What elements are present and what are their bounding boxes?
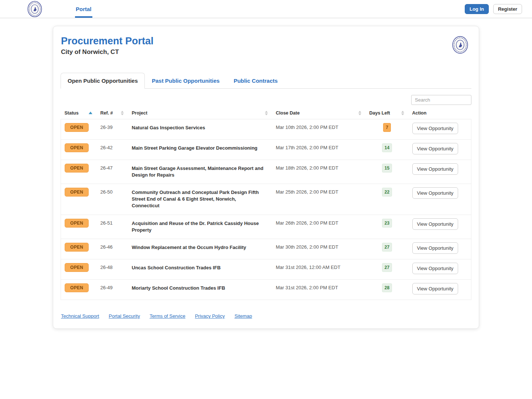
status-badge: OPEN [65,188,89,197]
project-title: Acquisition and Reuse of the Dr. Patrick… [128,215,272,239]
sort-icon[interactable] [89,112,92,114]
register-button[interactable]: Register [493,4,522,14]
status-badge: OPEN [65,123,89,132]
opportunity-row: OPEN 26-50 Community Outreach and Concep… [61,184,471,215]
footer-links: Technical SupportPortal SecurityTerms of… [61,313,471,319]
project-title: Community Outreach and Conceptual Park D… [128,184,272,215]
ref-number: 26-49 [97,280,128,300]
view-opportunity-button[interactable]: View Opportunity [412,187,458,199]
sort-icon[interactable] [358,111,361,115]
card-header: Procurement Portal City of Norwich, CT [61,36,471,56]
opportunities-body: OPEN 26-39 Natural Gas Inspection Servic… [61,119,471,300]
ref-number: 26-47 [97,160,128,184]
sort-icon[interactable] [121,111,124,115]
column-header-label: Project [132,110,147,116]
footer-link-sitemap[interactable]: Sitemap [235,313,252,319]
ref-number: 26-51 [97,215,128,239]
sort-icon[interactable] [265,111,268,115]
nav-actions: Log In Register [465,4,522,14]
ref-number: 26-46 [97,239,128,259]
project-title: Main Street Garage Assessment, Maintenan… [128,160,272,184]
close-date: Mar 10th 2026, 2:00 PM EDT [272,119,366,139]
days-left-badge: 22 [382,188,392,197]
view-opportunity-button[interactable]: View Opportunity [412,143,458,154]
search-row [61,95,471,105]
nav-item-portal[interactable]: Portal [75,0,92,18]
search-input[interactable] [411,95,471,105]
tab-public-contracts[interactable]: Public Contracts [226,73,284,89]
opportunity-row: OPEN 26-48 Uncas School Construction Tra… [61,259,471,280]
column-header-status[interactable]: Status [61,107,97,119]
opportunity-row: OPEN 26-51 Acquisition and Reuse of the … [61,215,471,239]
view-opportunity-button[interactable]: View Opportunity [412,263,458,274]
city-seal-icon [452,36,468,54]
column-header-days-left[interactable]: Days Left [366,107,409,119]
project-title: Natural Gas Inspection Services [128,119,272,139]
days-left-badge: 27 [382,243,392,252]
column-header-project[interactable]: Project [128,107,272,119]
tab-past-public-opportunities[interactable]: Past Public Opportunities [145,73,226,89]
column-header-ref[interactable]: Ref. # [97,107,128,119]
status-badge: OPEN [65,143,89,152]
close-date: Mar 31st 2026, 2:00 PM EDT [272,280,366,300]
page-subtitle: City of Norwich, CT [61,48,471,56]
opportunity-row: OPEN 26-47 Main Street Garage Assessment… [61,160,471,184]
days-left-badge: 23 [382,219,392,228]
ref-number: 26-48 [97,259,128,280]
tab-bar: Open Public OpportunitiesPast Public Opp… [61,73,471,89]
procurement-portal-card: Procurement Portal City of Norwich, CT O… [53,26,479,329]
log-in-button[interactable]: Log In [465,4,489,14]
table-header-row: Status Ref. # Project Close Date Days Le… [61,107,471,119]
opportunity-row: OPEN 26-42 Main Street Parking Garage El… [61,139,471,160]
city-seal-logo-card [452,36,468,55]
column-header-label: Action [412,110,427,116]
days-left-badge: 28 [382,283,392,292]
column-header-label: Ref. # [100,110,113,116]
opportunity-row: OPEN 26-39 Natural Gas Inspection Servic… [61,119,471,139]
days-left-badge: 14 [382,143,392,152]
view-opportunity-button[interactable]: View Opportunity [412,242,458,254]
column-header-label: Status [65,110,79,116]
city-seal-icon [27,1,42,17]
project-title: Uncas School Construction Trades IFB [128,259,272,280]
page-title: Procurement Portal [61,36,471,47]
project-title: Window Replacement at the Occum Hydro Fa… [128,239,272,259]
view-opportunity-button[interactable]: View Opportunity [412,218,458,230]
footer-link-terms-of-service[interactable]: Terms of Service [150,313,185,319]
view-opportunity-button[interactable]: View Opportunity [412,163,458,175]
days-left-badge: 27 [382,263,392,272]
footer-link-portal-security[interactable]: Portal Security [109,313,140,319]
ref-number: 26-39 [97,119,128,139]
city-seal-logo[interactable] [27,1,42,17]
sort-icon[interactable] [401,111,404,115]
close-date: Mar 31st 2026, 12:00 AM EDT [272,259,366,280]
footer-link-technical-support[interactable]: Technical Support [61,313,99,319]
close-date: Mar 25th 2026, 2:00 PM EDT [272,184,366,215]
status-badge: OPEN [65,243,89,252]
view-opportunity-button[interactable]: View Opportunity [412,283,458,294]
opportunity-row: OPEN 26-49 Moriarty School Construction … [61,280,471,300]
close-date: Mar 30th 2026, 2:00 PM EDT [272,239,366,259]
status-badge: OPEN [65,263,89,272]
opportunity-row: OPEN 26-46 Window Replacement at the Occ… [61,239,471,259]
opportunities-table: Status Ref. # Project Close Date Days Le… [61,107,471,300]
ref-number: 26-50 [97,184,128,215]
close-date: Mar 26th 2026, 2:00 PM EDT [272,215,366,239]
ref-number: 26-42 [97,139,128,160]
column-header-label: Close Date [276,110,300,116]
status-badge: OPEN [65,219,89,228]
top-navigation-bar: Portal Log In Register [0,0,532,18]
column-header-label: Days Left [369,110,390,116]
tab-open-public-opportunities[interactable]: Open Public Opportunities [61,73,145,89]
view-opportunity-button[interactable]: View Opportunity [412,123,458,134]
footer-link-privacy-policy[interactable]: Privacy Policy [195,313,225,319]
status-badge: OPEN [65,164,89,173]
days-left-badge: 7 [383,123,391,132]
project-title: Main Street Parking Garage Elevator Deco… [128,139,272,160]
column-header-close-date[interactable]: Close Date [272,107,366,119]
days-left-badge: 15 [382,164,392,173]
close-date: Mar 18th 2026, 2:00 PM EDT [272,160,366,184]
column-header-action[interactable]: Action [409,107,471,119]
status-badge: OPEN [65,283,89,292]
close-date: Mar 17th 2026, 2:00 PM EDT [272,139,366,160]
